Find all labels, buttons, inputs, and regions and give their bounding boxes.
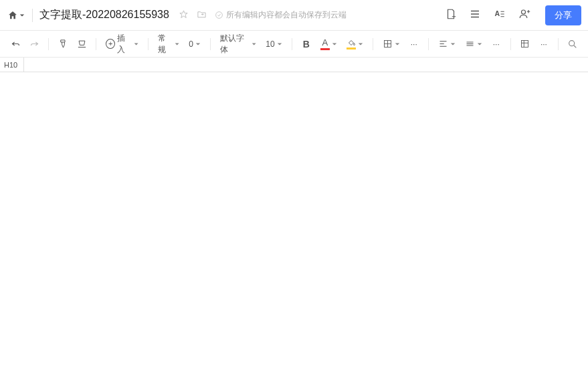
cell-reference[interactable]: H10: [0, 58, 24, 72]
more-align-button[interactable]: ···: [489, 36, 504, 52]
font-dropdown[interactable]: 默认字体: [217, 33, 259, 56]
home-button[interactable]: [7, 6, 25, 25]
undo-button[interactable]: [8, 36, 23, 52]
autosave-text: 所有编辑内容都会自动保存到云端: [226, 9, 347, 21]
more-view-button[interactable]: ···: [536, 36, 551, 52]
format-painter-button[interactable]: [56, 36, 70, 52]
svg-point-0: [216, 12, 223, 19]
new-doc-icon[interactable]: [445, 8, 457, 22]
fontsize-dropdown[interactable]: 10: [263, 39, 284, 49]
search-button[interactable]: [565, 36, 580, 52]
text-format-icon[interactable]: A: [493, 8, 506, 22]
style-dropdown[interactable]: 常规: [155, 33, 182, 56]
add-collaborator-icon[interactable]: [518, 8, 530, 22]
fill-color-button[interactable]: [344, 39, 366, 50]
folder-move-icon[interactable]: [197, 9, 207, 21]
align-v-button[interactable]: [462, 39, 485, 49]
share-button[interactable]: 分享: [545, 5, 581, 25]
document-title[interactable]: 文字提取-20220826155938: [39, 8, 169, 22]
borders-button[interactable]: [380, 39, 403, 49]
align-h-button[interactable]: [435, 39, 458, 49]
separator: [32, 9, 33, 22]
more-format-button[interactable]: ···: [407, 36, 421, 52]
decimals-dropdown[interactable]: 0: [186, 39, 203, 49]
bold-button[interactable]: B: [299, 36, 314, 52]
svg-text:A: A: [495, 9, 500, 17]
menu-icon[interactable]: [469, 8, 481, 22]
insert-dropdown[interactable]: + 插入: [103, 33, 141, 56]
title-bar: 文字提取-20220826155938 所有编辑内容都会自动保存到云端 A 分享: [0, 0, 588, 31]
toolbar: + 插入 常规 0 默认字体 10 B A ··· ··· ···: [0, 31, 588, 58]
freeze-button[interactable]: [518, 36, 532, 52]
name-box-row: H10: [0, 58, 588, 72]
redo-button[interactable]: [27, 36, 41, 52]
star-icon[interactable]: [179, 9, 189, 21]
svg-rect-4: [522, 41, 528, 47]
clear-format-button[interactable]: [74, 36, 89, 52]
svg-point-2: [522, 10, 526, 14]
svg-point-5: [569, 40, 575, 45]
font-color-button[interactable]: A: [318, 37, 340, 50]
autosave-status: 所有编辑内容都会自动保存到云端: [215, 9, 347, 21]
insert-label: 插入: [117, 33, 132, 56]
